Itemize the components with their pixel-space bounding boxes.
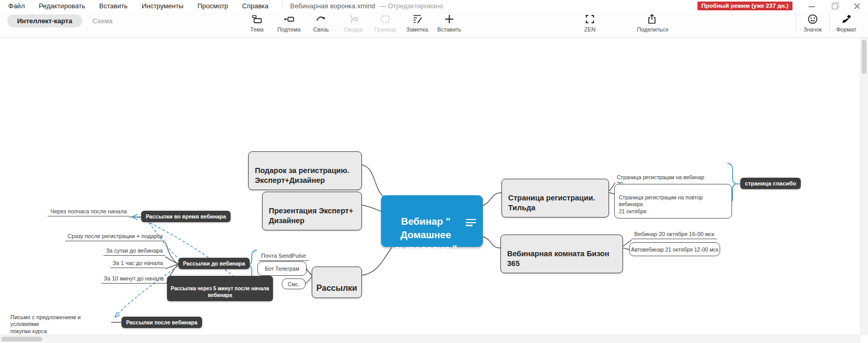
node-label: Рассылки — [316, 284, 357, 292]
document-title: Вебинарная воронка.xmind — [290, 2, 375, 10]
note-icon — [411, 13, 423, 25]
horizontal-scrollbar-thumb[interactable] — [1, 337, 42, 341]
vertical-scrollbar — [860, 38, 868, 335]
menu-bar: Файл Редактировать Вставить Инструменты … — [0, 0, 868, 11]
format-button[interactable]: Формат — [829, 13, 863, 33]
boundary-icon — [379, 13, 391, 25]
node-mailings-during-webinar[interactable]: Рассылки во время вебинара — [141, 211, 231, 222]
menu-edit[interactable]: Редактировать — [39, 2, 85, 10]
node-mailings[interactable]: Рассылки — [312, 267, 362, 298]
paintbrush-icon — [840, 13, 852, 25]
connector-layer — [0, 38, 868, 343]
node-registration-page[interactable]: Страница регистрации. Тильда — [501, 179, 609, 217]
zen-button[interactable]: ZEN — [575, 13, 605, 33]
menu-file[interactable]: Файл — [8, 2, 25, 10]
node-presentation[interactable]: Презентация Эксперт+ Дизайнер — [262, 192, 362, 230]
plus-icon — [443, 13, 455, 25]
node-label: Рассылки до вебинара — [183, 260, 245, 267]
window-controls — [808, 0, 861, 11]
insert-button[interactable]: Вставить — [434, 13, 464, 33]
leaf-label: За сутки до вебинара — [106, 247, 163, 254]
notes-icon[interactable] — [466, 219, 476, 228]
node-label: Рассылка через 5 минут после начала веби… — [171, 286, 269, 299]
menu-insert[interactable]: Вставить — [99, 2, 128, 10]
leaf-webinar-oct20[interactable]: Вебинар 20 октября 16-00 мск — [632, 231, 717, 239]
menu-view[interactable]: Просмотр — [197, 2, 228, 10]
node-central-webinar[interactable]: Вебинар " Домашнее сыроделие." — [381, 195, 483, 247]
mindmap-canvas[interactable]: Вебинар " Домашнее сыроделие." Подарок з… — [0, 38, 868, 343]
menu-help[interactable]: Справка — [242, 2, 268, 10]
leaf-label: Через полчаса после начала — [50, 208, 127, 214]
leaf-label: Сразу после регистрации + подарок — [68, 233, 163, 239]
leaf-label: Автовебинар 21 октября 12-00 мск — [631, 246, 718, 253]
subtopic-button[interactable]: Подтема — [274, 13, 304, 33]
leaf-label: За 10 минут до начала — [104, 275, 164, 282]
boundary-button: Граница — [370, 13, 400, 33]
node-label: Рассылки во время вебинара — [146, 213, 226, 220]
node-label: Рассылки после вебинара — [126, 319, 197, 325]
leaf-label: Бот Телеграм — [265, 266, 299, 272]
subtopic-icon — [283, 13, 295, 25]
trial-mode-badge[interactable]: Пробный режим (уже 237 дн.) — [697, 2, 793, 10]
leaf-label: Страница регистрации на повтор вебинара … — [619, 194, 703, 214]
leaf-reg-page-repeat-oct21[interactable]: Страница регистрации на повтор вебинара … — [614, 184, 732, 219]
leaf-label: Письмо с предложением и условиями покупк… — [10, 314, 81, 334]
close-icon[interactable] — [854, 2, 861, 9]
relationship-button[interactable]: Связь — [306, 13, 336, 33]
leaf-half-hour-after-start[interactable]: Через полчаса после начала — [48, 208, 129, 216]
leaf-label: За 1 час до начала — [113, 260, 163, 266]
right-tools: Значок Формат — [796, 13, 863, 33]
central-topic-label: Вебинар " Домашнее сыроделие." — [394, 216, 457, 254]
node-label: Страница регистрации. Тильда — [508, 194, 595, 212]
leaf-mail-sendpulse[interactable]: Почта SendPulse — [258, 253, 309, 261]
tab-mindmap[interactable]: Интеллект-карта — [7, 14, 82, 27]
document-status: — Отредактировано — [379, 2, 444, 10]
node-label: страница спасибо — [745, 180, 796, 186]
relationship-icon — [315, 13, 327, 25]
menu-tools[interactable]: Инструменты — [142, 2, 184, 10]
node-mailings-after-webinar[interactable]: Рассылки после вебинара — [121, 317, 202, 328]
summary-icon — [347, 13, 359, 25]
leaf-offer-letter[interactable]: Письмо с предложением и условиями покупк… — [9, 307, 111, 337]
leaf-right-after-registration[interactable]: Сразу после регистрации + подарок — [65, 233, 165, 241]
node-mailing-5min-after-start[interactable]: Рассылка через 5 минут после начала веби… — [167, 276, 273, 301]
horizontal-scrollbar — [0, 335, 861, 343]
divider — [282, 2, 283, 9]
node-gift-for-registration[interactable]: Подарок за регистрацию. Эксперт+Дизайнер — [248, 151, 362, 190]
minimize-icon[interactable] — [808, 2, 815, 9]
leaf-autowebinar-oct21[interactable]: Автовебинар 21 октября 12-00 мск — [629, 242, 720, 256]
node-label: Подарок за регистрацию. Эксперт+Дизайнер — [255, 166, 349, 185]
share-icon — [646, 13, 658, 25]
node-mailings-before-webinar[interactable]: Рассылки до вебинара — [178, 258, 250, 269]
note-button[interactable]: Заметка — [402, 13, 432, 33]
leaf-day-before-webinar[interactable]: За сутки до вебинара — [103, 247, 165, 256]
leaf-hour-before-start[interactable]: За 1 час до начала — [110, 260, 165, 268]
node-label: Презентация Эксперт+ Дизайнер — [269, 207, 353, 225]
smiley-icon — [806, 13, 819, 25]
marker-button[interactable]: Значок — [796, 13, 829, 33]
leaf-bot-telegram[interactable]: Бот Телеграм — [257, 261, 307, 276]
toolbar: Интеллект-карта Схема Тема Подтема Связь — [0, 11, 868, 38]
topic-button[interactable]: Тема — [242, 13, 272, 33]
node-thanks-page[interactable]: страница спасибо — [740, 178, 801, 189]
leaf-label: Почта SendPulse — [261, 253, 306, 259]
view-tabs: Интеллект-карта Схема — [7, 14, 113, 27]
topic-icon — [251, 13, 263, 25]
leaf-ten-min-before-start[interactable]: За 10 минут до начала — [101, 275, 166, 284]
leaf-sms[interactable]: Смс. — [282, 278, 306, 289]
summary-button: Сводка — [338, 13, 368, 33]
tab-outline[interactable]: Схема — [93, 17, 113, 25]
share-button[interactable]: Поделиться — [637, 13, 667, 33]
zen-fullscreen-icon — [584, 13, 596, 25]
leaf-label: Вебинар 20 октября 16-00 мск — [634, 231, 714, 237]
restore-icon[interactable] — [831, 2, 838, 9]
node-label: Вебинарная комната Бизон 365 — [507, 250, 609, 268]
node-webinar-room[interactable]: Вебинарная комната Бизон 365 — [500, 235, 623, 273]
vertical-scrollbar-thumb[interactable] — [862, 40, 866, 74]
leaf-label: Смс. — [288, 281, 300, 287]
